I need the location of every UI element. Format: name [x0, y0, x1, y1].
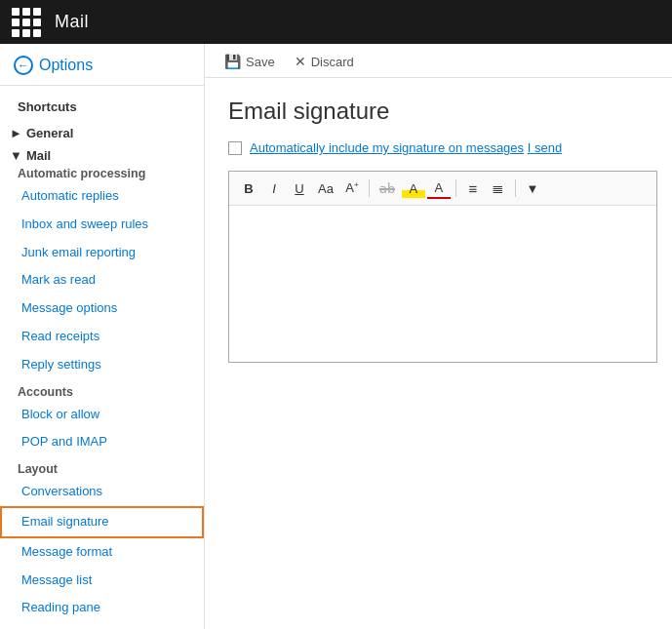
- sidebar-item-layout[interactable]: Layout: [0, 460, 204, 478]
- superscript-button[interactable]: A+: [340, 178, 364, 197]
- sidebar-item-link-preview[interactable]: Link preview: [0, 622, 204, 629]
- topbar: Mail: [0, 0, 672, 44]
- sidebar-item-mail[interactable]: ▼ Mail: [0, 142, 204, 165]
- apps-grid-icon[interactable]: [12, 8, 41, 37]
- options-header[interactable]: ← Options: [0, 44, 204, 86]
- signature-editor-body[interactable]: [229, 206, 656, 362]
- main-content: 💾 Save ✕ Discard Email signature Automat…: [205, 44, 672, 629]
- toolbar: 💾 Save ✕ Discard: [205, 44, 672, 78]
- page-title: Email signature: [228, 98, 657, 125]
- sidebar-item-mark-as-read[interactable]: Mark as read: [0, 266, 204, 295]
- back-arrow-icon[interactable]: ←: [14, 56, 33, 75]
- save-button[interactable]: 💾 Save: [224, 54, 275, 69]
- numbering-button[interactable]: ≣: [487, 177, 510, 199]
- underline-button[interactable]: U: [288, 179, 311, 198]
- sidebar-item-shortcuts[interactable]: Shortcuts: [0, 92, 204, 120]
- sidebar: ← Options Shortcuts ► General ▼ Mail Aut…: [0, 44, 205, 629]
- auto-include-checkbox[interactable]: [228, 141, 242, 155]
- content-area: Email signature Automatically include my…: [205, 78, 672, 382]
- sidebar-item-automatic-replies[interactable]: Automatic replies: [0, 182, 204, 211]
- app-body: ← Options Shortcuts ► General ▼ Mail Aut…: [0, 44, 672, 629]
- more-button[interactable]: ▼: [521, 179, 544, 198]
- editor-toolbar: B I U Aa A+ a̶b̶ A A ≡ ≣ ▼: [229, 172, 656, 206]
- toolbar-separator-3: [515, 179, 516, 197]
- toolbar-separator-1: [369, 179, 370, 197]
- sidebar-item-automatic-processing[interactable]: Automatic processing: [0, 165, 204, 182]
- sidebar-item-inbox-sweep[interactable]: Inbox and sweep rules: [0, 211, 204, 239]
- options-label: Options: [39, 57, 93, 74]
- sidebar-item-conversations[interactable]: Conversations: [0, 478, 204, 506]
- font-color-button[interactable]: A: [427, 178, 451, 199]
- sidebar-item-junk-email[interactable]: Junk email reporting: [0, 239, 204, 267]
- sidebar-item-block-allow[interactable]: Block or allow: [0, 401, 204, 429]
- nav-section: Shortcuts ► General ▼ Mail Automatic pro…: [0, 86, 204, 629]
- sidebar-item-email-signature[interactable]: Email signature: [0, 506, 204, 538]
- discard-button[interactable]: ✕ Discard: [295, 54, 354, 69]
- signature-editor[interactable]: B I U Aa A+ a̶b̶ A A ≡ ≣ ▼: [228, 171, 657, 363]
- sidebar-item-reading-pane[interactable]: Reading pane: [0, 594, 204, 622]
- sidebar-item-message-format[interactable]: Message format: [0, 538, 204, 567]
- sidebar-item-reply-settings[interactable]: Reply settings: [0, 351, 204, 379]
- toolbar-separator-2: [455, 179, 456, 197]
- sidebar-item-read-receipts[interactable]: Read receipts: [0, 323, 204, 351]
- bold-button[interactable]: B: [237, 179, 260, 198]
- chevron-down-icon: ▼: [10, 148, 22, 163]
- sidebar-item-message-list[interactable]: Message list: [0, 567, 204, 595]
- italic-button[interactable]: I: [262, 179, 286, 198]
- sidebar-item-accounts[interactable]: Accounts: [0, 383, 204, 401]
- auto-include-link[interactable]: I send: [528, 140, 562, 155]
- app-title: Mail: [55, 12, 89, 32]
- strikethrough-button[interactable]: a̶b̶: [375, 179, 400, 198]
- font-size-button[interactable]: Aa: [313, 179, 338, 198]
- sidebar-item-pop-imap[interactable]: POP and IMAP: [0, 428, 204, 456]
- auto-include-option: Automatically include my signature on me…: [228, 140, 657, 155]
- close-icon: ✕: [295, 54, 306, 69]
- sidebar-item-message-options[interactable]: Message options: [0, 295, 204, 323]
- chevron-right-icon: ►: [10, 126, 22, 140]
- highlight-button[interactable]: A: [402, 179, 425, 198]
- sidebar-item-general[interactable]: ► General: [0, 120, 204, 142]
- bullets-button[interactable]: ≡: [461, 178, 485, 199]
- auto-include-text: Automatically include my signature on me…: [250, 140, 562, 155]
- save-icon: 💾: [224, 54, 241, 69]
